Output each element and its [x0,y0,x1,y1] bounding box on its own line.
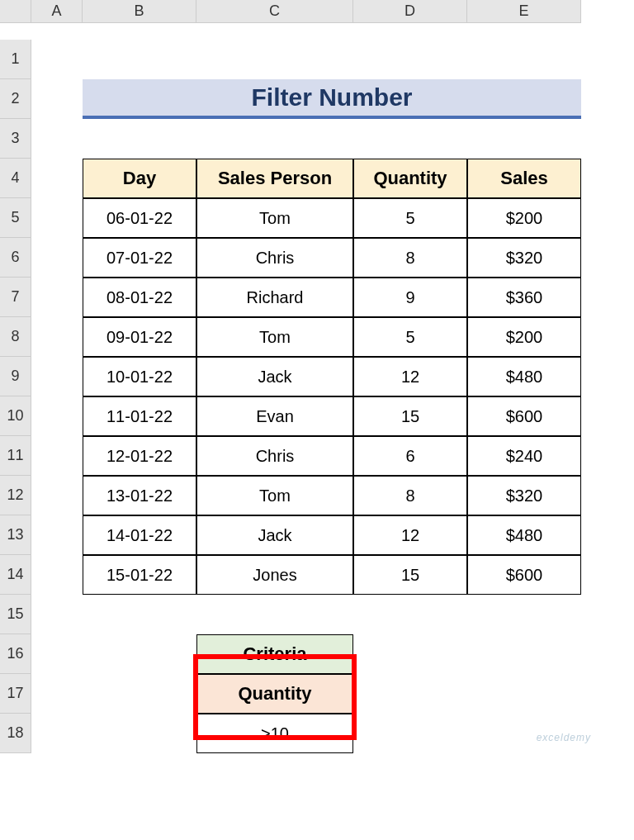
row-header-13[interactable]: 13 [0,515,31,555]
col-header-D[interactable]: D [353,0,467,23]
table-row[interactable]: 14-01-22 [83,515,196,555]
th-day[interactable]: Day [83,159,196,198]
row-header-15[interactable]: 15 [0,595,31,634]
row-header-8[interactable]: 8 [0,317,31,357]
table-row[interactable]: $480 [467,357,581,396]
page-title[interactable]: Filter Number [83,79,581,119]
row-header-2[interactable]: 2 [0,79,31,119]
row-header-1[interactable]: 1 [0,40,31,79]
table-row[interactable]: 09-01-22 [83,317,196,357]
row-header-11[interactable]: 11 [0,436,31,476]
table-row[interactable]: Chris [196,436,353,476]
th-sales-person[interactable]: Sales Person [196,159,353,198]
table-row[interactable]: $200 [467,198,581,238]
row-header-4[interactable]: 4 [0,159,31,198]
row-header-12[interactable]: 12 [0,476,31,515]
table-row[interactable]: Jones [196,555,353,595]
row-header-14[interactable]: 14 [0,555,31,595]
table-row[interactable]: 13-01-22 [83,476,196,515]
table-row[interactable]: $360 [467,278,581,317]
criteria-field[interactable]: Quantity [196,674,353,714]
row-header-17[interactable]: 17 [0,674,31,714]
table-row[interactable]: 6 [353,436,467,476]
table-row[interactable]: 15-01-22 [83,555,196,595]
th-sales[interactable]: Sales [467,159,581,198]
table-row[interactable]: $240 [467,436,581,476]
table-row[interactable]: 5 [353,317,467,357]
row-header-7[interactable]: 7 [0,278,31,317]
table-row[interactable]: $480 [467,515,581,555]
criteria-title[interactable]: Criteria [196,634,353,674]
table-row[interactable]: Tom [196,198,353,238]
th-quantity[interactable]: Quantity [353,159,467,198]
table-row[interactable]: 12 [353,515,467,555]
select-all-corner[interactable] [0,0,31,23]
table-row[interactable]: Jack [196,357,353,396]
table-row[interactable]: 07-01-22 [83,238,196,278]
table-row[interactable]: 8 [353,238,467,278]
table-row[interactable]: $200 [467,317,581,357]
table-row[interactable]: Tom [196,317,353,357]
row-header-10[interactable]: 10 [0,396,31,436]
row-header-16[interactable]: 16 [0,634,31,674]
table-row[interactable]: 12 [353,357,467,396]
table-row[interactable]: 06-01-22 [83,198,196,238]
table-row[interactable]: 12-01-22 [83,436,196,476]
table-row[interactable]: 11-01-22 [83,396,196,436]
row-header-6[interactable]: 6 [0,238,31,278]
table-row[interactable]: $320 [467,476,581,515]
col-header-E[interactable]: E [467,0,581,23]
row-header-9[interactable]: 9 [0,357,31,396]
table-row[interactable]: 15 [353,555,467,595]
table-row[interactable]: 15 [353,396,467,436]
col-header-C[interactable]: C [196,0,353,23]
table-row[interactable]: $320 [467,238,581,278]
watermark: exceldemy [537,732,591,743]
row-header-5[interactable]: 5 [0,198,31,238]
table-row[interactable]: Jack [196,515,353,555]
row-header-3[interactable]: 3 [0,119,31,159]
spreadsheet-grid: A B C D E 1 2 3 4 5 6 7 8 9 10 11 12 13 … [0,0,634,753]
table-row[interactable]: 5 [353,198,467,238]
col-header-A[interactable]: A [31,0,83,23]
table-row[interactable]: Tom [196,476,353,515]
table-row[interactable]: 9 [353,278,467,317]
table-row[interactable]: 8 [353,476,467,515]
table-row[interactable]: $600 [467,396,581,436]
table-row[interactable]: Chris [196,238,353,278]
table-row[interactable]: $600 [467,555,581,595]
table-row[interactable]: Richard [196,278,353,317]
table-row[interactable]: 10-01-22 [83,357,196,396]
row-header-18[interactable]: 18 [0,714,31,753]
table-row[interactable]: 08-01-22 [83,278,196,317]
col-header-B[interactable]: B [83,0,196,23]
criteria-value[interactable]: >10 [196,714,353,753]
table-row[interactable]: Evan [196,396,353,436]
